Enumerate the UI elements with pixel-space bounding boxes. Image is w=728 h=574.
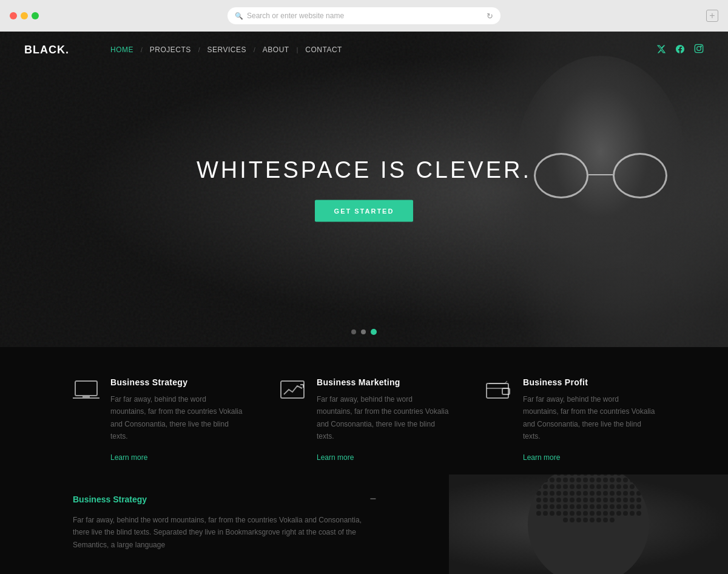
search-icon: 🔍 [235, 12, 243, 20]
glasses-left [534, 153, 588, 198]
maximize-button[interactable] [32, 12, 39, 19]
chart-icon [279, 380, 306, 402]
hero-dot-2[interactable] [361, 329, 366, 334]
close-button[interactable] [10, 12, 17, 19]
svg-rect-9 [487, 383, 508, 398]
feature-text-1: Far far away, behind the word mountains,… [110, 393, 243, 443]
site-logo[interactable]: BLACK. [24, 44, 69, 56]
svg-rect-3 [75, 381, 97, 396]
nav-services[interactable]: SERVICES [203, 43, 251, 56]
get-started-button[interactable]: GET STARTED [315, 200, 414, 222]
features-section: Business Strategy Far far away, behind t… [0, 347, 728, 493]
wallet-icon [485, 380, 512, 402]
feature-title-2: Business Marketing [317, 377, 449, 387]
navbar: BLACK. HOME / PROJECTS / SERVICES / ABOU… [0, 32, 728, 68]
feature-content-1: Business Strategy Far far away, behind t… [110, 377, 243, 462]
bottom-section: Business Strategy − Far far away, behind… [0, 474, 728, 574]
feature-item-3: Business Profit Far far away, behind the… [485, 377, 655, 462]
hero-content: WHITESPACE IS CLEVER. GET STARTED [197, 157, 531, 222]
glasses-bridge [588, 174, 613, 175]
browser-chrome: 🔍 Search or enter website name ↻ + [0, 0, 728, 32]
address-bar[interactable]: 🔍 Search or enter website name ↻ [228, 7, 500, 24]
bottom-image [449, 474, 728, 574]
nav-divider-1: / [141, 47, 143, 53]
minimize-button[interactable] [21, 12, 28, 19]
speaker-grill [528, 474, 649, 574]
instagram-icon[interactable] [694, 44, 704, 56]
svg-point-1 [697, 47, 701, 51]
feature-content-3: Business Profit Far far away, behind the… [523, 377, 655, 462]
feature-link-1[interactable]: Learn more [110, 453, 147, 462]
feature-link-2[interactable]: Learn more [317, 453, 354, 462]
nav-home[interactable]: HOME [106, 43, 138, 56]
feature-text-3: Far far away, behind the word mountains,… [523, 393, 655, 443]
svg-rect-6 [281, 381, 304, 398]
bottom-text: Far far away, behind the word mountains,… [73, 514, 376, 551]
svg-rect-0 [695, 44, 703, 52]
svg-point-2 [701, 46, 701, 47]
nav-about[interactable]: ABOUT [258, 43, 294, 56]
hero-dots [351, 329, 377, 335]
feature-title-3: Business Profit [523, 377, 655, 387]
new-tab-button[interactable]: + [706, 10, 718, 22]
hero-title: WHITESPACE IS CLEVER. [197, 157, 531, 183]
twitter-icon[interactable] [656, 44, 666, 56]
feature-content-2: Business Marketing Far far away, behind … [317, 377, 449, 462]
nav-divider-4: | [297, 47, 298, 53]
hero-dot-1[interactable] [351, 329, 356, 334]
nav-projects[interactable]: PROJECTS [145, 43, 196, 56]
nav-divider-3: / [254, 47, 255, 53]
bottom-right [449, 474, 728, 574]
feature-title-1: Business Strategy [110, 377, 243, 387]
traffic-lights [10, 12, 39, 19]
feature-item-1: Business Strategy Far far away, behind t… [73, 377, 243, 462]
bottom-minus[interactable]: − [369, 493, 376, 505]
feature-link-3[interactable]: Learn more [523, 453, 560, 462]
feature-item-2: Business Marketing Far far away, behind … [279, 377, 449, 462]
bottom-title: Business Strategy − [73, 493, 376, 505]
social-icons [656, 44, 704, 56]
nav-divider-2: / [198, 47, 200, 53]
bottom-left: Business Strategy − Far far away, behind… [0, 474, 449, 574]
nav-links: HOME / PROJECTS / SERVICES / ABOUT | CON… [106, 43, 656, 56]
facebook-icon[interactable] [676, 44, 684, 56]
laptop-icon [73, 380, 99, 402]
site-wrapper: BLACK. HOME / PROJECTS / SERVICES / ABOU… [0, 32, 728, 574]
face-glasses [534, 153, 667, 201]
bottom-title-text: Business Strategy [73, 495, 147, 504]
hero-section: BLACK. HOME / PROJECTS / SERVICES / ABOU… [0, 32, 728, 347]
refresh-button[interactable]: ↻ [487, 12, 493, 21]
glasses-right [613, 153, 667, 198]
hero-dot-3[interactable] [371, 329, 377, 335]
address-input[interactable]: Search or enter website name [247, 12, 344, 20]
feature-text-2: Far far away, behind the word mountains,… [317, 393, 449, 443]
nav-contact[interactable]: CONTACT [300, 43, 347, 56]
